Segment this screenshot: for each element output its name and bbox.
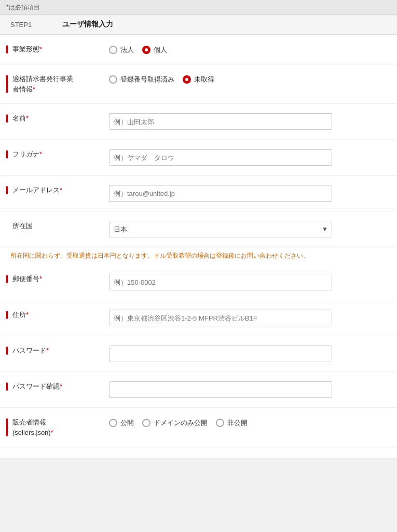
postal-code-row: 郵便番号* xyxy=(0,264,397,300)
furigana-input-wrapper xyxy=(104,149,387,166)
sellers-json-row: 販売者情報(sellers.json)* 公開 ドメインのみ公開 非公開 xyxy=(0,408,397,447)
furigana-label: フリガナ* xyxy=(0,149,104,159)
furigana-row: フリガナ* xyxy=(0,140,397,176)
password-input[interactable] xyxy=(109,345,332,362)
postal-code-input-wrapper xyxy=(104,274,387,290)
email-label: メールアドレス* xyxy=(0,185,104,195)
postal-code-label: 郵便番号* xyxy=(0,274,104,284)
form-body: 事業形態* 法人 個人 適格請求書発行事業者情報* xyxy=(0,35,397,458)
name-input-wrapper xyxy=(104,113,387,130)
business-type-label: 事業形態* xyxy=(0,44,104,55)
invoice-options: 登録番号取得済み 未取得 xyxy=(104,74,387,84)
sellers-domain-only[interactable]: ドメインのみ公開 xyxy=(142,418,208,428)
sellers-json-options: 公開 ドメインのみ公開 非公開 xyxy=(104,417,387,428)
required-bar-email xyxy=(6,186,8,194)
step-title: ユーザ情報入力 xyxy=(62,20,113,29)
address-input-wrapper xyxy=(104,310,387,326)
password-confirm-label: パスワード確認* xyxy=(0,381,104,392)
country-row: 所在国 日本 アメリカ その他 ▼ xyxy=(0,211,397,247)
email-input-wrapper xyxy=(104,185,387,202)
required-bar-sellers xyxy=(6,418,8,436)
sellers-json-label: 販売者情報(sellers.json)* xyxy=(0,417,104,437)
required-bar-name xyxy=(6,114,8,123)
password-row: パスワード* xyxy=(0,336,397,372)
invoice-label: 適格請求書発行事業者情報* xyxy=(0,74,104,94)
sellers-public[interactable]: 公開 xyxy=(109,418,134,428)
password-confirm-input-wrapper xyxy=(104,381,387,398)
step-label: STEP1 xyxy=(10,21,42,29)
radio-public-circle xyxy=(109,419,117,427)
address-row: 住所* xyxy=(0,300,397,336)
sellers-json-radio-group: 公開 ドメインのみ公開 非公開 xyxy=(109,417,387,428)
invoice-row: 適格請求書発行事業者情報* 登録番号取得済み 未取得 xyxy=(0,64,397,104)
country-notice: 所在国に関わらず、受取通貨は日本円となります。ドル受取希望の場合は登録後にお問い… xyxy=(0,247,397,264)
invoice-registered[interactable]: 登録番号取得済み xyxy=(109,75,174,84)
business-type-row: 事業形態* 法人 個人 xyxy=(0,35,397,64)
password-input-wrapper xyxy=(104,345,387,362)
invoice-not-registered[interactable]: 未取得 xyxy=(183,75,214,84)
required-bar-invoice xyxy=(6,75,8,93)
required-bar-address xyxy=(6,311,8,319)
required-bar-password-confirm xyxy=(6,382,8,391)
name-row: 名前* xyxy=(0,104,397,140)
business-type-kojin[interactable]: 個人 xyxy=(142,45,167,55)
radio-hojin-circle xyxy=(109,46,117,54)
password-label: パスワード* xyxy=(0,345,104,356)
sellers-private[interactable]: 非公開 xyxy=(216,418,248,428)
invoice-radio-group: 登録番号取得済み 未取得 xyxy=(109,74,387,84)
page-wrapper: *は必須項目 STEP1 ユーザ情報入力 事業形態* 法人 個 xyxy=(0,0,397,532)
name-label: 名前* xyxy=(0,113,104,124)
email-input[interactable] xyxy=(109,185,332,202)
business-type-options: 法人 個人 xyxy=(104,44,387,55)
step-header: STEP1 ユーザ情報入力 xyxy=(0,15,397,35)
country-select[interactable]: 日本 アメリカ その他 xyxy=(109,221,332,237)
radio-not-registered-circle xyxy=(183,75,191,84)
required-bar-postal xyxy=(6,275,8,283)
password-confirm-input[interactable] xyxy=(109,381,332,398)
name-input[interactable] xyxy=(109,113,332,130)
required-bar-password xyxy=(6,347,8,355)
required-bar xyxy=(6,45,8,54)
business-type-radio-group: 法人 個人 xyxy=(109,44,387,55)
radio-domain-only-circle xyxy=(142,419,150,427)
email-row: メールアドレス* xyxy=(0,176,397,211)
required-note: *は必須項目 xyxy=(0,0,397,15)
business-type-hojin[interactable]: 法人 xyxy=(109,45,134,55)
country-label: 所在国 xyxy=(0,221,104,231)
address-input[interactable] xyxy=(109,310,332,326)
country-select-wrapper: 日本 アメリカ その他 ▼ xyxy=(109,221,332,237)
radio-registered-circle xyxy=(109,75,117,84)
country-select-wrapper-outer: 日本 アメリカ その他 ▼ xyxy=(104,221,387,237)
postal-code-input[interactable] xyxy=(109,274,332,290)
radio-private-circle xyxy=(216,419,224,427)
password-confirm-row: パスワード確認* xyxy=(0,372,397,408)
address-label: 住所* xyxy=(0,310,104,320)
radio-kojin-circle xyxy=(142,46,150,54)
required-bar-furigana xyxy=(6,150,8,158)
furigana-input[interactable] xyxy=(109,149,332,166)
required-note-text: *は必須項目 xyxy=(6,4,40,11)
